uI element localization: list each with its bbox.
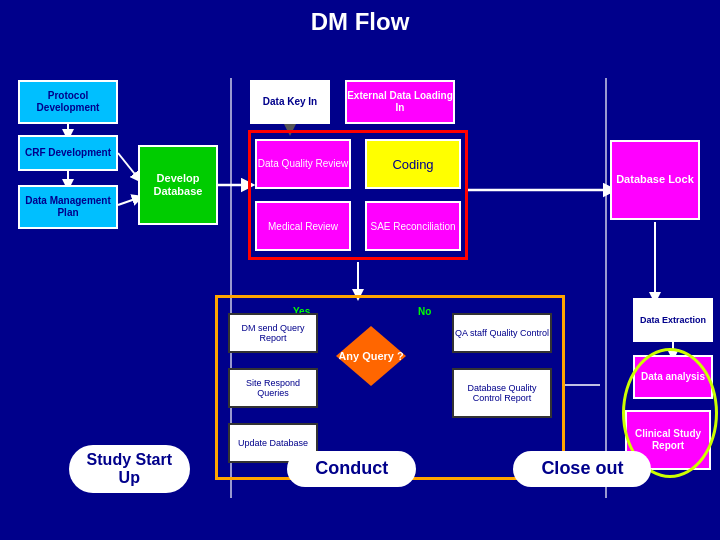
data-analysis-box: Data analysis (633, 355, 713, 399)
ext-data-box: External Data Loading In (345, 80, 455, 124)
data-extraction-box: Data Extraction (633, 298, 713, 342)
data-key-in-box: Data Key In (250, 80, 330, 124)
divider-right (605, 78, 607, 498)
svg-line-2 (118, 153, 138, 178)
develop-db-box: Develop Database (138, 145, 218, 225)
phase-conduct: Conduct (287, 451, 416, 487)
coding-box: Coding (365, 139, 461, 189)
site-respond-box: Site Respond Queries (228, 368, 318, 408)
page-title: DM Flow (0, 0, 720, 40)
crf-box: CRF Development (18, 135, 118, 171)
sae-box: SAE Reconciliation (365, 201, 461, 251)
db-lock-box: Database Lock (610, 140, 700, 220)
bottom-phases: Study Start Up Conduct Close out (0, 438, 720, 500)
dmp-box: Data Management Plan (18, 185, 118, 229)
qa-staff-box: QA staff Quality Control (452, 313, 552, 353)
dq-review-box: Data Quality Review (255, 139, 351, 189)
svg-line-3 (118, 198, 138, 205)
phase-study-start: Study Start Up (69, 445, 190, 492)
quality-container: Data Quality Review Coding Medical Revie… (248, 130, 468, 260)
med-review-box: Medical Review (255, 201, 351, 251)
no-label: No (418, 306, 431, 317)
protocol-box: Protocol Development (18, 80, 118, 124)
db-qc-box: Database Quality Control Report (452, 368, 552, 418)
phase-close-out: Close out (513, 451, 651, 487)
any-query-diamond: Any Query ? (336, 326, 406, 386)
dm-send-box: DM send Query Report (228, 313, 318, 353)
